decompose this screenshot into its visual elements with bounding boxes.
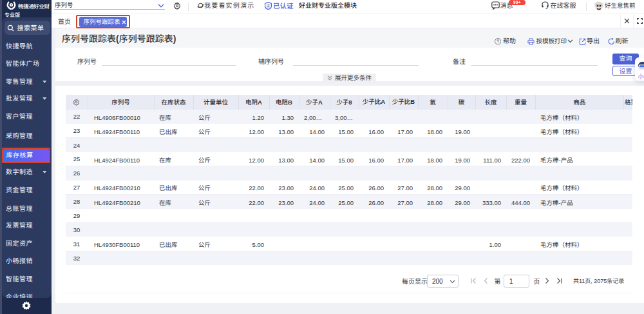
svg-text:企: 企 xyxy=(266,3,270,8)
